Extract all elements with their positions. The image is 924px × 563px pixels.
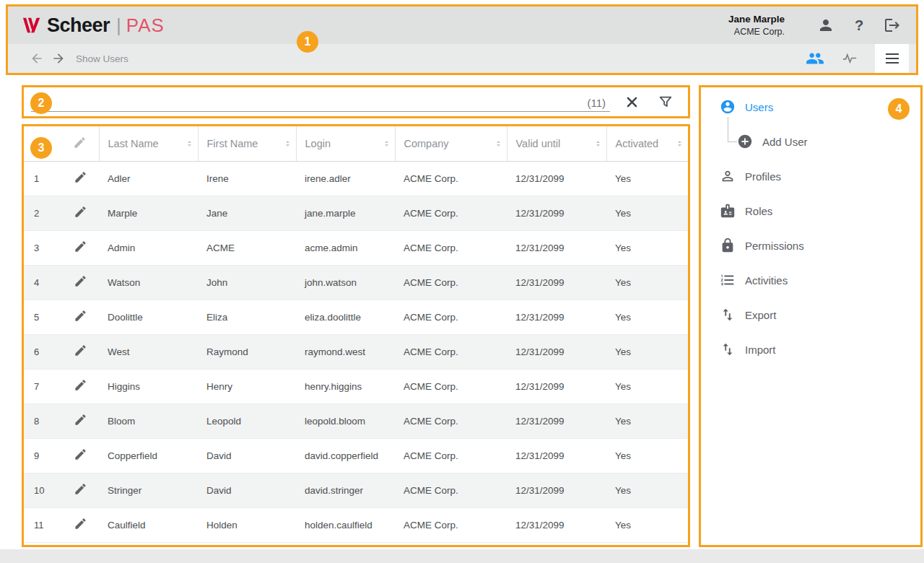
table-row: 4WatsonJohnjohn.watsonACME Corp.12/31/20… (24, 265, 688, 300)
cell-first-name: Eliza (198, 300, 296, 334)
filter-icon[interactable] (658, 94, 674, 110)
column-header-valid-until[interactable]: Valid until (507, 126, 606, 161)
cell-login: jane.marple (296, 196, 395, 230)
sidebar-item-label: Add User (762, 136, 808, 148)
sidebar-menu: UsersAdd UserProfilesRolesPermissionsAct… (701, 87, 920, 545)
edit-user-icon[interactable] (74, 205, 87, 219)
sidebar-item-export[interactable]: Export (701, 297, 920, 332)
row-number: 1 (24, 161, 61, 196)
callout-badge-2: 2 (30, 92, 52, 114)
user-icon[interactable] (816, 16, 835, 35)
edit-user-icon[interactable] (74, 240, 87, 253)
cell-first-name: Leopold (198, 403, 296, 438)
clear-filter-icon[interactable] (625, 95, 639, 109)
edit-user-icon[interactable] (74, 170, 87, 184)
column-header-first-name[interactable]: First Name (198, 126, 296, 161)
sidebar-item-label: Export (745, 309, 776, 321)
brand-text: Scheer (47, 14, 110, 37)
import-export-icon (720, 341, 736, 357)
cell-first-name: Holden (198, 507, 296, 542)
edit-cell (61, 161, 99, 196)
cell-login: eliza.doolittle (296, 300, 395, 334)
edit-user-icon[interactable] (74, 482, 87, 496)
cell-first-name: David (198, 438, 296, 473)
cell-first-name: David (198, 473, 296, 507)
edit-pencil-icon (73, 136, 87, 149)
edit-user-icon[interactable] (74, 274, 87, 288)
row-number: 5 (24, 300, 61, 334)
cell-company: ACME Corp. (395, 265, 507, 300)
table-row: 1AdlerIreneirene.adlerACME Corp.12/31/20… (24, 161, 688, 196)
logout-icon[interactable] (883, 16, 902, 35)
column-header-last-name[interactable]: Last Name (99, 126, 198, 161)
users-group-icon[interactable] (806, 49, 824, 68)
users-table-body: 1AdlerIreneirene.adlerACME Corp.12/31/20… (24, 161, 688, 542)
back-icon[interactable] (30, 51, 44, 66)
page-title: Show Users (76, 53, 128, 64)
table-row: 6WestRaymondraymond.westACME Corp.12/31/… (24, 334, 688, 369)
page-bottom-strip (0, 549, 924, 563)
activity-icon[interactable] (842, 51, 858, 66)
numbered-list-icon (720, 272, 736, 288)
cell-valid-until: 12/31/2099 (507, 403, 606, 438)
cell-login: john.watson (296, 265, 395, 300)
sidebar-item-label: Import (745, 344, 776, 356)
cell-activated: Yes (606, 403, 688, 438)
cell-first-name: Raymond (198, 334, 296, 369)
cell-valid-until: 12/31/2099 (507, 196, 606, 230)
sidebar-item-label: Roles (745, 205, 772, 217)
cell-activated: Yes (606, 369, 688, 403)
sidebar-item-import[interactable]: Import (701, 332, 920, 367)
sidebar-item-roles[interactable]: Roles (701, 193, 920, 228)
toolbar-right-icons (806, 44, 916, 73)
cell-first-name: ACME (198, 230, 296, 265)
help-icon[interactable]: ? (850, 16, 868, 35)
edit-cell (61, 196, 99, 230)
edit-user-icon[interactable] (74, 344, 87, 357)
filter-input[interactable]: (11) (31, 92, 610, 112)
edit-user-icon[interactable] (74, 448, 87, 461)
table-header-row: Last NameFirst NameLoginCompanyValid unt… (24, 126, 688, 161)
table-row: 10StringerDaviddavid.stringerACME Corp.1… (24, 473, 688, 507)
table-row: 8BloomLeopoldleopold.bloomACME Corp.12/3… (24, 403, 688, 438)
cell-first-name: Irene (198, 161, 296, 196)
edit-user-icon[interactable] (74, 517, 87, 531)
cell-company: ACME Corp. (395, 473, 507, 507)
sidebar-item-label: Activities (745, 274, 788, 287)
sidebar-item-activities[interactable]: Activities (701, 263, 920, 297)
cell-last-name: Doolittle (99, 300, 198, 334)
edit-user-icon[interactable] (74, 309, 87, 323)
scheer-logo-icon (22, 15, 43, 35)
lock-icon (720, 237, 736, 253)
menu-icon[interactable] (875, 44, 909, 73)
sidebar-item-add-user[interactable]: Add User (701, 124, 920, 159)
cell-activated: Yes (606, 196, 688, 230)
column-label: Last Name (108, 138, 159, 149)
edit-cell (61, 369, 99, 403)
cell-valid-until: 12/31/2099 (507, 300, 606, 334)
sidebar-item-profiles[interactable]: Profiles (701, 159, 920, 193)
sidebar-item-permissions[interactable]: Permissions (701, 228, 920, 263)
column-header-company[interactable]: Company (395, 126, 507, 161)
edit-user-icon[interactable] (74, 413, 87, 427)
cell-activated: Yes (606, 300, 688, 334)
cell-login: leopold.bloom (296, 403, 395, 438)
plus-circle-icon (737, 134, 753, 149)
forward-icon[interactable] (51, 51, 66, 66)
cell-login: raymond.west (296, 334, 395, 369)
edit-user-icon[interactable] (74, 378, 87, 392)
column-header-activated[interactable]: Activated (606, 126, 688, 161)
table-row: 11CaulfieldHoldenholden.caulfieldACME Co… (24, 507, 688, 542)
sort-icon (381, 138, 392, 149)
cell-activated: Yes (606, 507, 688, 542)
cell-login: holden.caulfield (296, 507, 395, 542)
row-number: 9 (24, 438, 61, 473)
edit-cell (61, 473, 99, 507)
page: Scheer | PAS Jane Marple ACME Corp. ? (0, 0, 924, 563)
cell-valid-until: 12/31/2099 (507, 473, 606, 507)
callout-badge-4: 4 (888, 98, 910, 120)
table-row: 5DoolittleElizaeliza.doolittleACME Corp.… (24, 300, 688, 334)
sort-icon (674, 138, 685, 149)
sidebar-item-label: Users (745, 101, 773, 113)
column-header-login[interactable]: Login (296, 126, 395, 161)
